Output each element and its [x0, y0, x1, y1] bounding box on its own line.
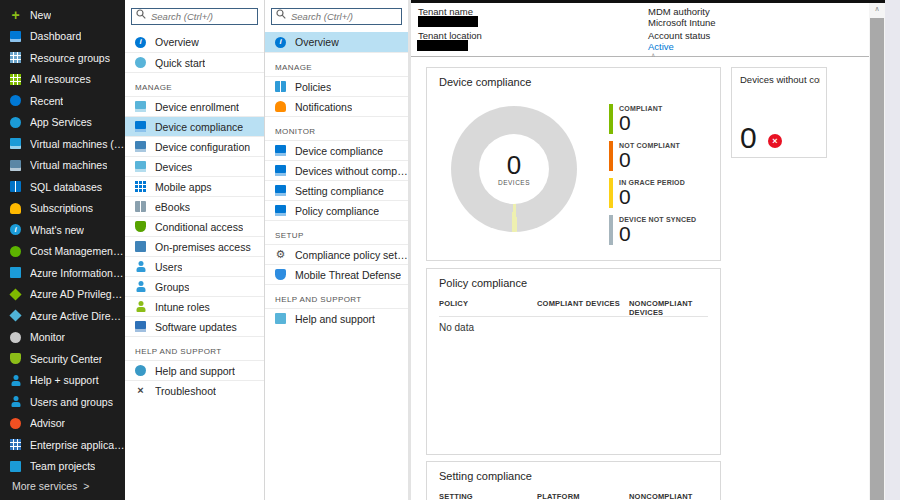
sidebar-item-what-s-new[interactable]: iWhat's new	[0, 219, 125, 241]
overview-region: Tenant name Tenant location MDM authorit…	[411, 0, 885, 500]
menu-item-users[interactable]: Users	[125, 256, 264, 276]
setting-compliance-card: Setting compliance SETTINGPLATFORMNONCOM…	[426, 461, 721, 500]
menu-item-devices[interactable]: Devices	[125, 156, 264, 176]
devices-without-compliance-count[interactable]: 0	[740, 121, 757, 155]
menu-item-device-compliance[interactable]: Device compliance	[125, 116, 264, 136]
menu-item-on-premises-access[interactable]: On-premises access	[125, 236, 264, 256]
sidebar-item-recent[interactable]: Recent	[0, 90, 125, 112]
legend-entry-device-not-synced: DEVICE NOT SYNCED0	[609, 215, 696, 245]
sidebar-item-label: Team projects	[30, 460, 95, 472]
menu-item-help-and-support[interactable]: Help and support	[265, 308, 408, 328]
menu-item-label: Device configuration	[155, 141, 250, 153]
menu-item-label: Compliance policy settings	[295, 249, 408, 261]
search-input[interactable]	[271, 8, 402, 25]
sidebar-item-users-and-groups[interactable]: Users and groups	[0, 391, 125, 413]
menu-item-compliance-policy-settings[interactable]: ⚙Compliance policy settings	[265, 244, 408, 264]
menu-item-mobile-apps[interactable]: Mobile apps	[125, 176, 264, 196]
sidebar-item-enterprise-applications[interactable]: Enterprise applications	[0, 434, 125, 456]
sidebar-item-monitor[interactable]: Monitor	[0, 327, 125, 349]
policy-compliance-card: Policy compliance POLICYCOMPLIANT DEVICE…	[426, 268, 721, 455]
menu-item-ebooks[interactable]: eBooks	[125, 196, 264, 216]
menu-item-intune-roles[interactable]: Intune roles	[125, 296, 264, 316]
menu-item-label: Users	[155, 261, 182, 273]
menu-item-label: Device enrollment	[155, 101, 239, 113]
menu-item-mobile-threat-defense[interactable]: Mobile Threat Defense	[265, 264, 408, 284]
legend-value: 0	[619, 149, 680, 171]
enterprise-applications-icon	[10, 439, 21, 450]
sidebar-item-all-resources[interactable]: All resources	[0, 69, 125, 91]
menu-item-overview[interactable]: iOverview	[125, 32, 264, 52]
mdm-authority-value: Microsoft Intune	[648, 17, 716, 28]
devices-without-compliance-title: Devices without com...	[740, 74, 820, 85]
vertical-scrollbar[interactable]: ∧	[869, 3, 885, 500]
sidebar-item-team-projects[interactable]: Team projects	[0, 456, 125, 478]
table-divider	[439, 316, 708, 317]
collapse-chevron-icon[interactable]: ∧	[651, 51, 655, 58]
menu-item-conditional-access[interactable]: Conditional access	[125, 216, 264, 236]
sidebar-item-label: All resources	[30, 73, 91, 85]
sidebar-item-subscriptions[interactable]: Subscriptions	[0, 198, 125, 220]
menu-item-label: Notifications	[295, 101, 352, 113]
menu-item-notifications[interactable]: Notifications	[265, 96, 408, 116]
menu-item-software-updates[interactable]: Software updates	[125, 316, 264, 336]
sidebar-item-label: Subscriptions	[30, 202, 93, 214]
menu-item-policy-compliance[interactable]: Policy compliance	[265, 200, 408, 220]
menu-item-overview[interactable]: iOverview	[265, 32, 408, 52]
sidebar-item-advisor[interactable]: Advisor	[0, 413, 125, 435]
device-compliance-donut-chart[interactable]: 0 DEVICES	[451, 106, 577, 232]
devices-without-compliance-icon	[275, 165, 286, 176]
all-resources-icon	[10, 74, 21, 85]
overview-content: Tenant name Tenant location MDM authorit…	[411, 3, 869, 500]
menu-item-troubleshoot[interactable]: ×Troubleshoot	[125, 380, 264, 400]
compliance-policy-settings-gear-icon: ⚙	[275, 249, 286, 260]
sidebar-item-app-services[interactable]: App Services	[0, 112, 125, 134]
sidebar-item-cost-management-billing[interactable]: Cost Management + Billing	[0, 241, 125, 263]
sidebar-item-virtual-machines[interactable]: Virtual machines	[0, 155, 125, 177]
search-input[interactable]	[131, 8, 258, 25]
sidebar-item-resource-groups[interactable]: Resource groups	[0, 47, 125, 69]
sidebar-item-sql-databases[interactable]: SQL databases	[0, 176, 125, 198]
menu-item-device-enrollment[interactable]: Device enrollment	[125, 96, 264, 116]
sidebar-item-security-center[interactable]: Security Center	[0, 348, 125, 370]
menu-item-help-and-support[interactable]: Help and support	[125, 360, 264, 380]
sidebar-item-virtual-machines-classic[interactable]: Virtual machines (classic)	[0, 133, 125, 155]
menu-item-groups[interactable]: Groups	[125, 276, 264, 296]
app-services-icon	[10, 117, 21, 128]
sidebar-item-more-services[interactable]: More services >	[0, 480, 125, 492]
scrollbar-thumb[interactable]	[870, 18, 884, 500]
section-label-manage: MANAGE	[125, 72, 264, 96]
tenant-location-redacted-value	[417, 40, 468, 51]
account-status-label: Account status	[648, 30, 710, 41]
menu-item-setting-compliance[interactable]: Setting compliance	[265, 180, 408, 200]
menu-item-device-compliance[interactable]: Device compliance	[265, 140, 408, 160]
search-icon	[136, 9, 146, 19]
devices-without-compliance-card[interactable]: Devices without com... 0 ×	[731, 67, 827, 158]
menu-item-policies[interactable]: Policies	[265, 76, 408, 96]
mobile-threat-defense-shield-icon	[275, 269, 286, 280]
legend-entry-in-grace-period: IN GRACE PERIOD0	[609, 178, 696, 208]
menu-item-quick-start[interactable]: Quick start	[125, 52, 264, 72]
on-premises-access-icon	[135, 241, 146, 252]
sidebar-item-azure-active-directory[interactable]: Azure Active Directory	[0, 305, 125, 327]
setting-table-headers: SETTINGPLATFORMNONCOMPLIANT DEVICES	[439, 492, 708, 500]
menu-item-device-configuration[interactable]: Device configuration	[125, 136, 264, 156]
sidebar-item-dashboard[interactable]: Dashboard	[0, 26, 125, 48]
legend-texts: DEVICE NOT SYNCED0	[619, 215, 696, 245]
sidebar-item-label: Dashboard	[30, 30, 81, 42]
overview-info-icon: i	[135, 37, 146, 48]
notifications-bell-icon	[275, 101, 286, 112]
users-groups-icon	[10, 396, 21, 407]
sidebar-item-help-support[interactable]: Help + support	[0, 370, 125, 392]
menu-item-devices-without-compliance-pol[interactable]: Devices without compliance pol...	[265, 160, 408, 180]
legend-color-bar	[609, 215, 613, 245]
menu-item-label: Overview	[295, 36, 339, 48]
information-protection-lock-icon	[10, 267, 21, 278]
sidebar-item-azure-information-protec[interactable]: Azure Information Protec...	[0, 262, 125, 284]
sidebar-item-new[interactable]: +New	[0, 4, 125, 26]
menu-item-label: Mobile apps	[155, 181, 212, 193]
scrollbar-up-arrow-icon[interactable]: ∧	[874, 5, 879, 13]
sidebar-item-label: Users and groups	[30, 396, 113, 408]
sidebar-item-azure-ad-privileged-ident[interactable]: Azure AD Privileged Ident...	[0, 284, 125, 306]
sidebar-item-label: Enterprise applications	[30, 439, 125, 451]
troubleshoot-wrench-icon: ×	[135, 385, 146, 396]
